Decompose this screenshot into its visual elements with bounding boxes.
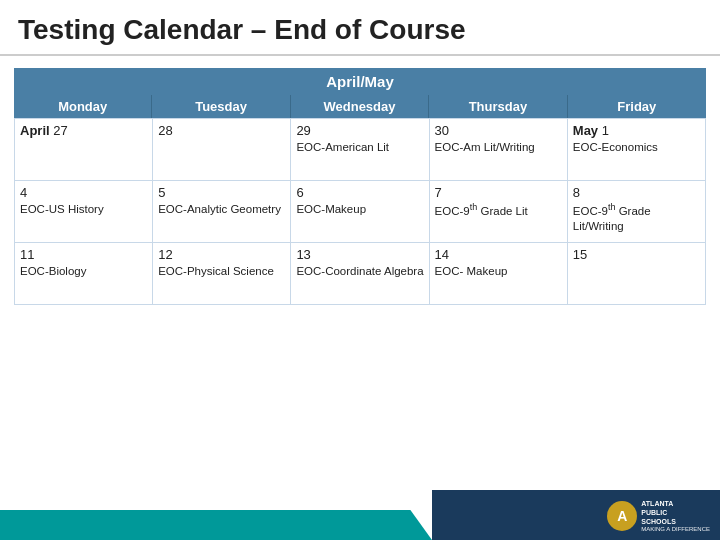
calendar-cell: 13EOC-Coordinate Algebra (291, 243, 429, 305)
calendar-container: April/May Monday Tuesday Wednesday Thurs… (14, 68, 706, 305)
calendar-cell: 15 (568, 243, 706, 305)
calendar-cell: 11EOC-Biology (15, 243, 153, 305)
calendar-cell: 7EOC-9th Grade Lit (430, 181, 568, 243)
day-header-thursday: Thursday (429, 95, 567, 118)
day-header-wednesday: Wednesday (291, 95, 429, 118)
logo-circle: A (607, 501, 637, 531)
calendar-cell: 29EOC-American Lit (291, 119, 429, 181)
calendar-grid: April 272829EOC-American Lit30EOC-Am Lit… (14, 118, 706, 305)
calendar-cell: 12EOC-Physical Science (153, 243, 291, 305)
month-header: April/May (14, 68, 706, 95)
logo-text: ATLANTA PUBLIC SCHOOLS Making a Differen… (641, 499, 710, 534)
calendar-cell: 6EOC-Makeup (291, 181, 429, 243)
calendar-cell: 30EOC-Am Lit/Writing (430, 119, 568, 181)
calendar-cell: 4EOC-US History (15, 181, 153, 243)
calendar-cell: 8EOC-9th Grade Lit/Writing (568, 181, 706, 243)
bottom-teal-decoration (0, 510, 432, 540)
bottom-bar: A ATLANTA PUBLIC SCHOOLS Making a Differ… (0, 490, 720, 540)
page-title: Testing Calendar – End of Course (0, 0, 720, 56)
day-header-row: Monday Tuesday Wednesday Thursday Friday (14, 95, 706, 118)
calendar-cell: April 27 (15, 119, 153, 181)
bottom-navy-decoration: A ATLANTA PUBLIC SCHOOLS Making a Differ… (432, 490, 720, 540)
day-header-friday: Friday (568, 95, 706, 118)
calendar-cell: May 1EOC-Economics (568, 119, 706, 181)
calendar-cell: 14EOC- Makeup (430, 243, 568, 305)
calendar-cell: 28 (153, 119, 291, 181)
calendar-cell: 5EOC-Analytic Geometry (153, 181, 291, 243)
day-header-monday: Monday (14, 95, 152, 118)
day-header-tuesday: Tuesday (152, 95, 290, 118)
logo-area: A ATLANTA PUBLIC SCHOOLS Making a Differ… (607, 499, 710, 534)
